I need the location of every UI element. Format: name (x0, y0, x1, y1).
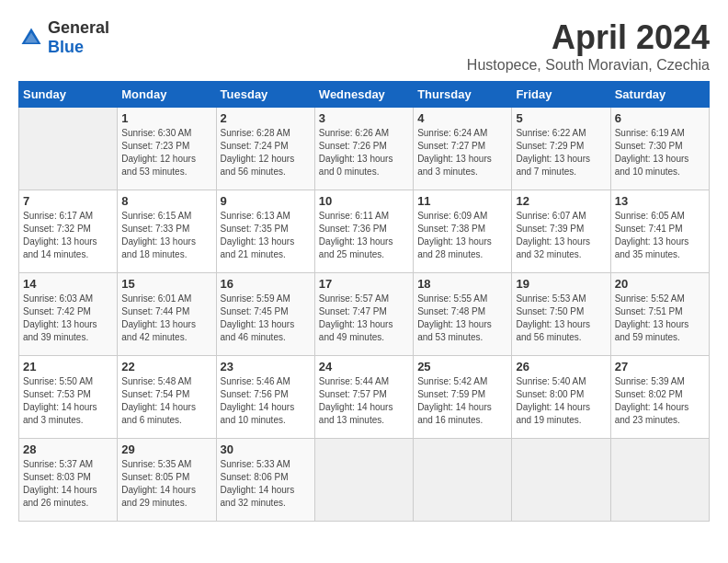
logo-blue-text: Blue (48, 38, 84, 56)
day-info: Sunrise: 6:15 AM Sunset: 7:33 PM Dayligh… (121, 210, 211, 261)
day-info: Sunrise: 5:46 AM Sunset: 7:56 PM Dayligh… (221, 375, 311, 427)
day-info: Sunrise: 5:35 AM Sunset: 8:05 PM Dayligh… (121, 458, 211, 510)
day-info: Sunrise: 5:59 AM Sunset: 7:45 PM Dayligh… (221, 293, 311, 344)
day-info: Sunrise: 6:30 AM Sunset: 7:23 PM Dayligh… (121, 127, 211, 178)
day-number: 21 (23, 360, 113, 373)
day-number: 10 (319, 194, 409, 208)
day-number: 9 (221, 194, 311, 208)
day-info: Sunrise: 5:50 AM Sunset: 7:53 PM Dayligh… (23, 375, 113, 427)
day-info: Sunrise: 6:17 AM Sunset: 7:32 PM Dayligh… (23, 210, 113, 261)
day-info: Sunrise: 6:22 AM Sunset: 7:29 PM Dayligh… (516, 127, 606, 178)
day-info: Sunrise: 5:40 AM Sunset: 8:00 PM Dayligh… (516, 375, 606, 427)
day-info: Sunrise: 5:53 AM Sunset: 7:50 PM Dayligh… (516, 293, 606, 344)
calendar-cell: 30Sunrise: 5:33 AM Sunset: 8:06 PM Dayli… (216, 439, 314, 522)
calendar-cell: 18Sunrise: 5:55 AM Sunset: 7:48 PM Dayli… (414, 273, 512, 356)
day-info: Sunrise: 6:24 AM Sunset: 7:27 PM Dayligh… (417, 127, 507, 178)
day-number: 20 (615, 277, 705, 291)
day-number: 28 (23, 442, 113, 456)
day-info: Sunrise: 6:19 AM Sunset: 7:30 PM Dayligh… (615, 127, 705, 178)
day-number: 12 (516, 194, 606, 208)
calendar-cell: 28Sunrise: 5:37 AM Sunset: 8:03 PM Dayli… (19, 439, 118, 522)
calendar-cell: 21Sunrise: 5:50 AM Sunset: 7:53 PM Dayli… (19, 356, 118, 439)
calendar-cell: 6Sunrise: 6:19 AM Sunset: 7:30 PM Daylig… (610, 108, 709, 190)
calendar-cell: 9Sunrise: 6:13 AM Sunset: 7:35 PM Daylig… (216, 190, 314, 273)
day-info: Sunrise: 5:33 AM Sunset: 8:06 PM Dayligh… (221, 458, 311, 510)
calendar-week-row: 14Sunrise: 6:03 AM Sunset: 7:42 PM Dayli… (19, 273, 710, 356)
calendar-table: SundayMondayTuesdayWednesdayThursdayFrid… (18, 81, 710, 522)
day-number: 4 (417, 111, 507, 125)
day-info: Sunrise: 5:52 AM Sunset: 7:51 PM Dayligh… (615, 293, 705, 344)
calendar-cell: 7Sunrise: 6:17 AM Sunset: 7:32 PM Daylig… (19, 190, 118, 273)
weekday-header-tuesday: Tuesday (216, 82, 314, 108)
weekday-header-thursday: Thursday (414, 82, 512, 108)
logo-general-text: General (48, 18, 109, 37)
day-number: 1 (121, 111, 211, 125)
calendar-week-row: 21Sunrise: 5:50 AM Sunset: 7:53 PM Dayli… (19, 356, 710, 439)
day-info: Sunrise: 5:37 AM Sunset: 8:03 PM Dayligh… (23, 458, 113, 510)
header: General Blue April 2024 Hustopece, South… (18, 18, 710, 74)
calendar-cell (19, 108, 118, 190)
calendar-cell: 4Sunrise: 6:24 AM Sunset: 7:27 PM Daylig… (414, 108, 512, 190)
day-number: 18 (417, 277, 507, 291)
weekday-header-saturday: Saturday (610, 82, 709, 108)
calendar-cell: 15Sunrise: 6:01 AM Sunset: 7:44 PM Dayli… (118, 273, 216, 356)
calendar-cell: 22Sunrise: 5:48 AM Sunset: 7:54 PM Dayli… (118, 356, 216, 439)
day-number: 22 (121, 360, 211, 373)
day-number: 8 (121, 194, 211, 208)
day-number: 23 (221, 360, 311, 373)
calendar-cell: 8Sunrise: 6:15 AM Sunset: 7:33 PM Daylig… (118, 190, 216, 273)
calendar-week-row: 28Sunrise: 5:37 AM Sunset: 8:03 PM Dayli… (19, 439, 710, 522)
weekday-header-friday: Friday (512, 82, 610, 108)
day-number: 2 (221, 111, 311, 125)
calendar-cell: 24Sunrise: 5:44 AM Sunset: 7:57 PM Dayli… (314, 356, 413, 439)
day-info: Sunrise: 5:39 AM Sunset: 8:02 PM Dayligh… (615, 375, 705, 427)
calendar-cell: 5Sunrise: 6:22 AM Sunset: 7:29 PM Daylig… (512, 108, 610, 190)
logo: General Blue (18, 18, 109, 57)
day-info: Sunrise: 6:13 AM Sunset: 7:35 PM Dayligh… (221, 210, 311, 261)
calendar-cell: 11Sunrise: 6:09 AM Sunset: 7:38 PM Dayli… (414, 190, 512, 273)
weekday-header-row: SundayMondayTuesdayWednesdayThursdayFrid… (19, 82, 710, 108)
calendar-cell: 13Sunrise: 6:05 AM Sunset: 7:41 PM Dayli… (610, 190, 709, 273)
day-info: Sunrise: 5:48 AM Sunset: 7:54 PM Dayligh… (121, 375, 211, 427)
day-info: Sunrise: 5:44 AM Sunset: 7:57 PM Dayligh… (319, 375, 409, 427)
day-number: 13 (615, 194, 705, 208)
weekday-header-sunday: Sunday (19, 82, 118, 108)
calendar-cell: 20Sunrise: 5:52 AM Sunset: 7:51 PM Dayli… (610, 273, 709, 356)
calendar-body: 1Sunrise: 6:30 AM Sunset: 7:23 PM Daylig… (19, 108, 710, 522)
day-info: Sunrise: 6:01 AM Sunset: 7:44 PM Dayligh… (121, 293, 211, 344)
calendar-cell: 3Sunrise: 6:26 AM Sunset: 7:26 PM Daylig… (314, 108, 413, 190)
day-info: Sunrise: 6:28 AM Sunset: 7:24 PM Dayligh… (221, 127, 311, 178)
weekday-header-wednesday: Wednesday (314, 82, 413, 108)
calendar-cell: 23Sunrise: 5:46 AM Sunset: 7:56 PM Dayli… (216, 356, 314, 439)
calendar-cell (610, 439, 709, 522)
day-number: 11 (417, 194, 507, 208)
calendar-cell: 1Sunrise: 6:30 AM Sunset: 7:23 PM Daylig… (118, 108, 216, 190)
day-number: 7 (23, 194, 113, 208)
day-number: 17 (319, 277, 409, 291)
day-info: Sunrise: 6:26 AM Sunset: 7:26 PM Dayligh… (319, 127, 409, 178)
calendar-cell: 16Sunrise: 5:59 AM Sunset: 7:45 PM Dayli… (216, 273, 314, 356)
day-info: Sunrise: 5:42 AM Sunset: 7:59 PM Dayligh… (417, 375, 507, 427)
calendar-cell: 19Sunrise: 5:53 AM Sunset: 7:50 PM Dayli… (512, 273, 610, 356)
calendar-cell: 29Sunrise: 5:35 AM Sunset: 8:05 PM Dayli… (118, 439, 216, 522)
day-info: Sunrise: 6:09 AM Sunset: 7:38 PM Dayligh… (417, 210, 507, 261)
day-info: Sunrise: 5:55 AM Sunset: 7:48 PM Dayligh… (417, 293, 507, 344)
month-title: April 2024 (467, 18, 710, 57)
day-info: Sunrise: 6:11 AM Sunset: 7:36 PM Dayligh… (319, 210, 409, 261)
calendar-cell: 10Sunrise: 6:11 AM Sunset: 7:36 PM Dayli… (314, 190, 413, 273)
logo-icon (18, 25, 44, 51)
calendar-cell: 26Sunrise: 5:40 AM Sunset: 8:00 PM Dayli… (512, 356, 610, 439)
day-info: Sunrise: 6:07 AM Sunset: 7:39 PM Dayligh… (516, 210, 606, 261)
day-number: 16 (221, 277, 311, 291)
weekday-header-monday: Monday (118, 82, 216, 108)
day-number: 26 (516, 360, 606, 373)
day-number: 19 (516, 277, 606, 291)
day-number: 25 (417, 360, 507, 373)
calendar-cell: 17Sunrise: 5:57 AM Sunset: 7:47 PM Dayli… (314, 273, 413, 356)
calendar-cell (414, 439, 512, 522)
day-number: 5 (516, 111, 606, 125)
calendar-cell: 14Sunrise: 6:03 AM Sunset: 7:42 PM Dayli… (19, 273, 118, 356)
day-number: 24 (319, 360, 409, 373)
day-number: 29 (121, 442, 211, 456)
calendar-week-row: 7Sunrise: 6:17 AM Sunset: 7:32 PM Daylig… (19, 190, 710, 273)
